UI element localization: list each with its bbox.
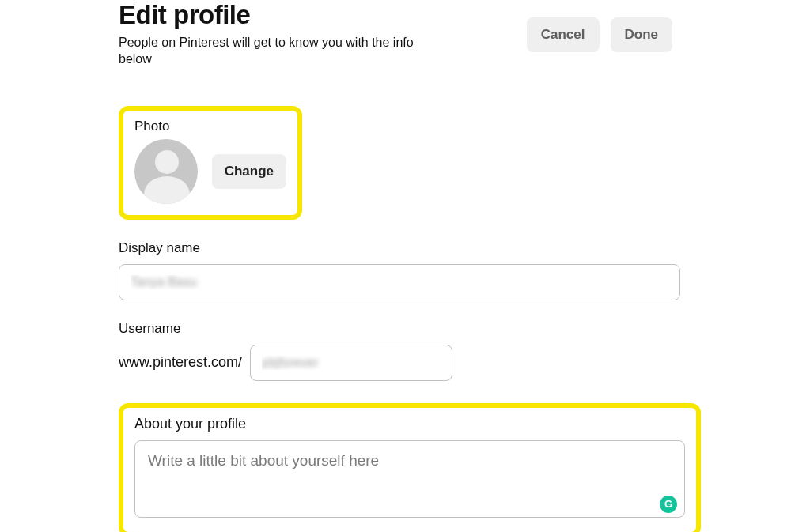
display-name-input[interactable]: [119, 264, 680, 300]
avatar-placeholder-icon: [134, 139, 198, 204]
display-name-section: Display name: [119, 240, 791, 300]
username-label: Username: [119, 321, 791, 337]
photo-label: Photo: [134, 119, 286, 134]
display-name-label: Display name: [119, 240, 791, 256]
page-subtitle: People on Pinterest will get to know you…: [119, 35, 435, 68]
username-input[interactable]: [250, 345, 452, 381]
about-section: About your profile G: [119, 403, 701, 532]
username-section: Username www.pinterest.com/: [119, 321, 791, 381]
username-url-prefix: www.pinterest.com/: [119, 354, 242, 371]
cancel-button[interactable]: Cancel: [527, 17, 600, 52]
done-button[interactable]: Done: [611, 17, 673, 52]
page-title: Edit profile: [119, 0, 435, 30]
photo-section: Photo Change: [119, 106, 302, 220]
grammarly-icon[interactable]: G: [660, 496, 677, 513]
about-textarea[interactable]: [134, 440, 685, 518]
about-label: About your profile: [134, 416, 685, 432]
change-photo-button[interactable]: Change: [212, 154, 286, 189]
